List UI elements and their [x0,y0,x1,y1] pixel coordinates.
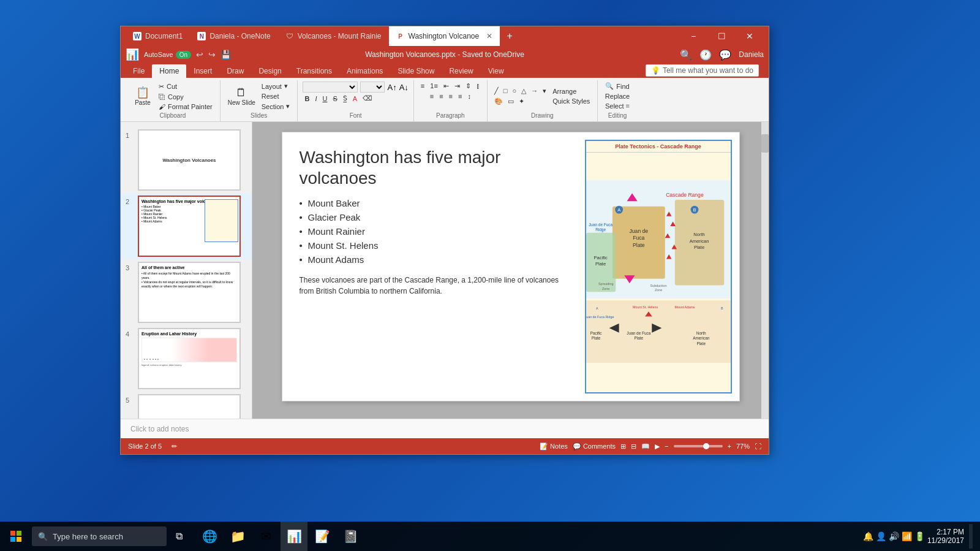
start-button[interactable] [0,522,32,551]
increase-indent-button[interactable]: ⇥ [453,82,462,91]
redo-icon[interactable]: ↪ [208,50,216,59]
search-people-icon[interactable]: 🔍 [680,49,692,61]
save-icon[interactable]: 💾 [221,50,231,59]
zoom-out-icon[interactable]: − [665,443,668,450]
strikethrough-button[interactable]: S [331,94,339,103]
slide-canvas[interactable]: Washington has five major volcanoes Moun… [282,132,740,401]
tab-onenote[interactable]: N Daniela - OneNote [190,26,277,46]
ribbon-tab-design[interactable]: Design [251,64,288,78]
arrow-tool[interactable]: → [529,86,540,96]
bullet-1[interactable]: Mount Baker [300,198,560,208]
maximize-button[interactable]: ☐ [707,26,736,46]
slide-thumb-5[interactable]: 5 [121,392,252,419]
ribbon-tab-slideshow[interactable]: Slide Show [390,64,442,78]
shape-effects-button[interactable]: ✦ [517,97,526,106]
taskbar-edge[interactable]: 🌐 [196,522,223,551]
find-button[interactable]: 🔍 Find [603,82,631,91]
tab-document1[interactable]: W Document1 [126,26,190,46]
section-button[interactable]: Section ▾ [259,102,293,111]
zoom-slider[interactable] [674,445,723,447]
tab-volcanoes[interactable]: 🛡 Volcanoes - Mount Rainie [278,26,389,46]
taskbar-mail[interactable]: ✉ [252,522,279,551]
underline-button[interactable]: U [321,94,330,103]
ribbon-tab-view[interactable]: View [481,64,511,78]
replace-button[interactable]: Replace [603,92,632,101]
italic-button[interactable]: I [313,94,318,103]
tab-washington[interactable]: P Washington Volcanoe ✕ [389,26,500,46]
cut-button[interactable]: ✂ Cut [156,82,215,91]
autosave-toggle[interactable]: On [176,51,191,59]
zoom-thumb[interactable] [703,443,709,449]
select-button[interactable]: Select = [603,102,632,110]
notes-bar[interactable]: Click to add notes [121,419,769,438]
battery-icon[interactable]: 🔋 [914,531,925,541]
ribbon-tab-file[interactable]: File [126,64,152,78]
font-size-select[interactable] [360,82,385,93]
align-left-button[interactable]: ≡ [428,92,435,101]
justify-button[interactable]: ≡ [456,92,464,101]
tell-me-box[interactable]: 💡 Tell me what you want to do [646,64,759,77]
zoom-in-icon[interactable]: + [728,443,731,450]
font-color-button[interactable]: A [351,94,359,103]
bold-button[interactable]: B [303,94,311,103]
format-painter-button[interactable]: 🖌 Format Painter [156,102,215,111]
bullet-2[interactable]: Glacier Peak [300,212,560,222]
line-tool[interactable]: ╱ [492,86,500,96]
comments-icon[interactable]: 💬 [719,49,731,61]
ribbon-tab-review[interactable]: Review [442,64,480,78]
normal-view-button[interactable]: ⊞ [620,443,626,450]
ribbon-tab-draw[interactable]: Draw [219,64,251,78]
system-tray-icon2[interactable]: 👤 [876,531,886,541]
align-center-button[interactable]: ≡ [437,92,445,101]
copy-button[interactable]: ⿻ Copy [156,93,215,101]
paste-button[interactable]: 📋 Paste [130,86,155,107]
taskbar-onenote[interactable]: 📓 [337,522,364,551]
ribbon-tab-animations[interactable]: Animations [339,64,390,78]
bullet-5[interactable]: Mount Adams [300,254,560,265]
arrange-button[interactable]: Arrange [551,87,592,96]
slide-title[interactable]: Washington has five major volcanoes [300,147,560,188]
taskbar-word[interactable]: 📝 [309,522,336,551]
numbering-button[interactable]: 1≡ [428,82,440,91]
bullet-4[interactable]: Mount St. Helens [300,240,560,251]
ribbon-tab-home[interactable]: Home [152,64,186,78]
bullet-3[interactable]: Mount Rainier [300,226,560,237]
close-button[interactable]: ✕ [736,26,764,46]
taskbar-search[interactable]: 🔍 Type here to search [32,526,167,546]
slide-description[interactable]: These volcanoes are part of the Cascade … [300,275,560,297]
font-family-select[interactable] [303,82,358,93]
reset-button[interactable]: Reset [259,92,293,101]
rect-tool[interactable]: □ [502,86,510,96]
user-name[interactable]: Daniela [739,50,764,59]
layout-button[interactable]: Layout ▾ [259,82,293,91]
fit-to-window-button[interactable]: ⛶ [755,443,761,450]
columns-button[interactable]: ⫿ [475,82,482,91]
text-direction-button[interactable]: ⇕ [464,82,473,91]
ribbon-tab-insert[interactable]: Insert [186,64,219,78]
task-view-button[interactable]: ⧉ [167,522,191,551]
quick-styles-button[interactable]: Quick Styles [551,97,592,105]
network-icon[interactable]: 📶 [902,531,912,541]
scrollbar-vertical[interactable] [761,122,769,419]
slide-sorter-button[interactable]: ⊟ [631,443,636,450]
increase-font-icon[interactable]: A↑ [387,83,396,92]
slide-thumb-4[interactable]: 4 Eruption and Lahar History ▲▲ ▲ ▲▲▲ le… [121,325,252,392]
triangle-tool[interactable]: △ [519,86,528,96]
slideshow-button[interactable]: ▶ [655,443,660,450]
history-icon[interactable]: 🕐 [699,49,712,61]
tab-close-icon[interactable]: ✕ [486,32,492,40]
system-tray-icon1[interactable]: 🔔 [863,531,873,541]
ribbon-tab-transitions[interactable]: Transitions [289,64,339,78]
new-slide-button[interactable]: 🗒 New Slide [225,86,258,107]
system-tray-icon3[interactable]: 🔊 [889,531,899,541]
shape-fill-button[interactable]: 🎨 [492,97,505,106]
slide-thumb-1[interactable]: 1 Washington Volcanoes [121,127,252,193]
align-right-button[interactable]: ≡ [447,92,454,101]
undo-icon[interactable]: ↩ [196,50,203,59]
text-shadow-button[interactable]: S̲ [341,94,349,103]
show-desktop-button[interactable] [969,524,973,549]
reading-view-button[interactable]: 📖 [641,443,650,450]
bullets-button[interactable]: ≡ [419,82,426,91]
shape-outline-button[interactable]: ▭ [506,97,516,106]
decrease-indent-button[interactable]: ⇤ [442,82,451,91]
